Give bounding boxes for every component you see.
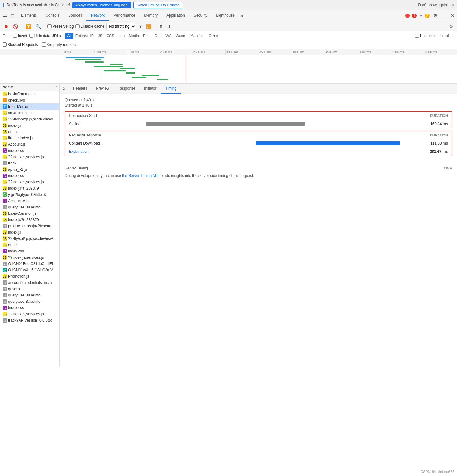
list-item[interactable]: JS aplus_v2.js [0, 166, 59, 173]
list-item[interactable]: C index.css [0, 173, 59, 179]
tab-memory[interactable]: Memory [140, 11, 162, 21]
list-item[interactable]: JS iframe-index.js [0, 135, 59, 141]
list-item[interactable]: □ account?credentials=inclu [0, 280, 59, 286]
list-item[interactable]: JS index.js?t=232879 [0, 185, 59, 191]
list-item[interactable]: JS Promotion.js [0, 273, 59, 280]
tab-preview[interactable]: Preview [92, 84, 114, 94]
filter-img[interactable]: Img [116, 33, 126, 39]
more-options-icon[interactable]: ⋮ [441, 12, 448, 19]
list-item[interactable]: □ queryUserBaseInfo [0, 204, 59, 210]
filter-other[interactable]: Other [207, 33, 220, 39]
tab-application[interactable]: Application [162, 11, 189, 21]
list-item[interactable]: □ track [0, 160, 59, 166]
list-item[interactable]: JS ??index.js,services.js [0, 254, 59, 261]
filter-doc[interactable]: Doc [153, 33, 163, 39]
export-icon[interactable]: ⬇ [166, 23, 172, 30]
tab-network[interactable]: Network [86, 11, 109, 21]
list-item[interactable]: □ govern [0, 286, 59, 292]
throttling-select[interactable]: No throttling [106, 23, 136, 30]
list-item[interactable]: ◎ O1CN01yXhn5t1WbC3mV [0, 267, 59, 273]
tab-console[interactable]: Console [41, 11, 64, 21]
dont-show-again-link[interactable]: Don't show again [418, 3, 447, 7]
list-item[interactable]: JS index.js?t=232879 [0, 217, 59, 223]
list-item[interactable]: JS et_f.js [0, 242, 59, 248]
tab-sources[interactable]: Sources [64, 11, 86, 21]
list-item[interactable]: JS Account.js [0, 141, 59, 147]
explanation-link[interactable]: Explanation [69, 149, 89, 154]
filter-css[interactable]: CSS [104, 33, 116, 39]
list-item[interactable]: JS smarter-engine [0, 110, 59, 116]
list-item[interactable]: JS baxiaCommon.js [0, 210, 59, 217]
invert-checkbox[interactable]: Invert [13, 34, 27, 38]
filter-js[interactable]: JS [96, 33, 104, 39]
tab-timing[interactable]: Timing [161, 84, 181, 94]
filter-ws[interactable]: WS [164, 33, 173, 39]
record-button[interactable]: ⏺ [3, 23, 9, 30]
network-conditions-icon[interactable]: 📶 [145, 23, 153, 30]
filter-media[interactable]: Media [127, 33, 141, 39]
filter-manifest[interactable]: Manifest [188, 33, 206, 39]
throttle-dropdown-icon[interactable]: ▾ [138, 23, 143, 30]
tab-initiator[interactable]: Initiator [140, 84, 161, 94]
list-item-selected[interactable]: T Inter-Medium.ttf [0, 103, 59, 110]
inspect-icon[interactable]: ⬚ [9, 12, 17, 19]
list-item[interactable]: JS ??index.js,services.js [0, 154, 59, 160]
js-icon: JS [3, 167, 7, 172]
preserve-log-checkbox[interactable]: Preserve log [47, 24, 74, 29]
server-timing-api-link[interactable]: the Server Timing API [122, 174, 159, 178]
list-item[interactable]: JS ??xlly/spl/rp.js,secdev/nsv/ [0, 235, 59, 242]
import-icon[interactable]: ⬆ [158, 23, 164, 30]
tab-elements[interactable]: Elements [17, 11, 41, 21]
tab-performance[interactable]: Performance [109, 11, 140, 21]
tab-security[interactable]: Security [189, 11, 212, 21]
filter-icon[interactable]: 🔽 [25, 23, 32, 30]
js-icon: JS [3, 142, 7, 147]
timing-total: 281.47 ms [430, 149, 448, 154]
hide-data-urls-checkbox[interactable]: Hide data URLs [29, 34, 61, 38]
list-item[interactable]: C Account.css [0, 198, 59, 204]
list-item[interactable]: JS ??index.js,services.js [0, 311, 59, 317]
sort-icon[interactable]: ↑ [55, 85, 57, 89]
list-item[interactable]: G y.gif?logtype=0&title=&p [0, 191, 59, 198]
list-item[interactable]: □ productstatusajax?type=q [0, 223, 59, 229]
list-item[interactable]: C index.css [0, 147, 59, 154]
list-item[interactable]: □ queryUserBaseInfo [0, 298, 59, 305]
match-language-button[interactable]: Always match Chrome's language [72, 2, 131, 8]
more-tabs-icon[interactable]: » [239, 11, 245, 21]
close-detail-button[interactable]: ✕ [60, 84, 69, 93]
filter-all[interactable]: All [65, 33, 73, 39]
tab-headers[interactable]: Headers [69, 84, 92, 94]
list-item[interactable]: JS ??index.js,services.js [0, 179, 59, 185]
list-item[interactable]: ≡ O1CN01Brs4C81doCcblEL [0, 261, 59, 267]
list-item[interactable]: JS ??xlly/spl/rp.js,secdev/nsv/ [0, 116, 59, 122]
list-item[interactable]: C index.css [0, 248, 59, 254]
third-party-checkbox[interactable]: 3rd-party requests [42, 42, 77, 47]
filter-font[interactable]: Font [141, 33, 153, 39]
has-blocked-cookies-checkbox[interactable]: Has blocked cookies [415, 34, 454, 38]
list-item[interactable]: □ track?APIVersion=0.6.0&d [0, 317, 59, 324]
settings-network-icon[interactable]: ⚙ [448, 23, 454, 30]
tab-lighthouse[interactable]: Lighthouse [212, 11, 239, 21]
search-button[interactable]: 🔍 [34, 23, 42, 30]
stalled-row: Stalled 169.84 ms [65, 120, 452, 128]
close-devtools-icon[interactable]: ✕ [449, 12, 456, 19]
switch-chinese-button[interactable]: Switch DevTools to Chinese [133, 2, 183, 8]
list-item[interactable]: ✓ check.svg [0, 97, 59, 103]
list-item[interactable]: □ queryUserBaseInfo [0, 292, 59, 298]
banner-close-icon[interactable]: × [452, 3, 454, 8]
list-item[interactable]: JS index.js [0, 122, 59, 129]
css-icon: C [3, 199, 7, 203]
list-item[interactable]: JS baxiaCommon.js [0, 91, 59, 97]
disable-cache-checkbox[interactable]: Disable cache [75, 24, 104, 29]
list-item[interactable]: JS et_f.js [0, 129, 59, 135]
filter-fetch-xhr[interactable]: Fetch/XHR [74, 33, 96, 39]
list-item[interactable]: C index.css [0, 305, 59, 311]
list-item[interactable]: JS index.js [0, 229, 59, 235]
back-forward-icon[interactable]: ⇄ [1, 12, 9, 19]
blocked-requests-checkbox[interactable]: Blocked Requests [3, 42, 38, 47]
clear-button[interactable]: 🚫 [11, 23, 19, 30]
filter-wasm[interactable]: Wasm [174, 33, 188, 39]
tab-response[interactable]: Response [114, 84, 140, 94]
generic-icon: □ [3, 161, 7, 165]
settings-icon[interactable]: ⚙ [432, 12, 439, 19]
